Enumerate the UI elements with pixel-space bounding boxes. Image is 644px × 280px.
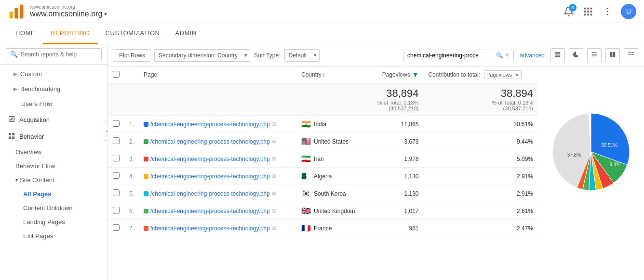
- th-pageviews[interactable]: Pageviews ▼: [367, 67, 423, 83]
- table-search-input[interactable]: [407, 52, 494, 59]
- view-pie-icon-btn[interactable]: [569, 48, 583, 62]
- copy-icon-0[interactable]: ⧉: [272, 121, 276, 127]
- sort-type-label: Sort Type:: [254, 52, 280, 59]
- nav-customization[interactable]: CUSTOMIZATION: [98, 23, 168, 44]
- sidebar-item-exit-pages[interactable]: Exit Pages: [0, 229, 107, 243]
- svg-rect-15: [9, 133, 11, 135]
- row-checkbox-1[interactable]: [113, 137, 120, 144]
- apps-grid-icon[interactable]: [582, 6, 594, 17]
- row-contribution-0: 30.51%: [424, 116, 538, 133]
- view-table-icon-btn[interactable]: [550, 48, 565, 62]
- row-num-3: 4.: [124, 168, 139, 185]
- svg-rect-2: [20, 4, 23, 18]
- sidebar-item-acquisition[interactable]: Acquisition: [0, 111, 107, 128]
- page-link-6[interactable]: /chemical-engineering-process-technology…: [150, 225, 270, 232]
- acquisition-icon: [8, 115, 15, 124]
- sidebar-label-users-flow: Users Flow: [21, 100, 53, 107]
- th-num: [124, 67, 139, 83]
- totals-row: 38,894 % of Total: 0.13% (30,537,218) 38…: [108, 83, 538, 116]
- th-contribution: Contribution to total: Pageviews: [424, 67, 538, 83]
- top-bar: www.omicsonline.org www.omicsonline.org …: [0, 0, 644, 23]
- row-checkbox-0[interactable]: [113, 120, 120, 127]
- copy-icon-3[interactable]: ⧉: [272, 173, 276, 179]
- copy-icon-5[interactable]: ⧉: [272, 208, 276, 214]
- secondary-dimension-select[interactable]: Secondary dimension: Country: [154, 49, 250, 62]
- row-contribution-2: 5.09%: [424, 150, 538, 168]
- contribution-metric-select[interactable]: Pageviews: [484, 70, 522, 79]
- copy-icon-4[interactable]: ⧉: [272, 190, 276, 197]
- sidebar-item-content-drilldown[interactable]: Content Drilldown: [0, 201, 107, 215]
- user-avatar[interactable]: U: [621, 4, 636, 19]
- row-pageviews-1: 3,673: [367, 133, 423, 150]
- row-checkbox-3[interactable]: [113, 172, 120, 179]
- sidebar-item-behavior-flow[interactable]: Behavior Flow: [0, 159, 107, 173]
- sidebar-item-users-flow[interactable]: Users Flow: [0, 96, 107, 111]
- sidebar-label-site-content: Site Content: [20, 176, 54, 184]
- row-checkbox-2[interactable]: [113, 155, 120, 161]
- sidebar-item-custom[interactable]: ▶ Custom: [0, 67, 107, 81]
- notification-bell-icon[interactable]: 3: [563, 6, 575, 17]
- sidebar-label-landing-pages: Landing Pages: [23, 218, 65, 226]
- advanced-link[interactable]: advanced: [518, 52, 547, 59]
- th-country[interactable]: Country ℹ: [296, 67, 367, 83]
- table-search-icon[interactable]: 🔍: [496, 52, 503, 59]
- sidebar-item-site-content[interactable]: ▾ Site Content: [0, 173, 107, 187]
- view-list-icon-btn[interactable]: [587, 48, 602, 62]
- svg-rect-24: [592, 54, 597, 54]
- sidebar-item-behavior[interactable]: Behavior: [0, 128, 107, 145]
- sidebar-item-overview[interactable]: Overview: [0, 145, 107, 159]
- page-link-1[interactable]: /chemical-engineering-process-technology…: [150, 138, 270, 145]
- page-link-2[interactable]: /chemical-engineering-process-technology…: [150, 156, 270, 162]
- top-bar-left: www.omicsonline.org www.omicsonline.org …: [8, 3, 107, 20]
- nav-reporting[interactable]: REPORTING: [43, 23, 98, 44]
- copy-icon-2[interactable]: ⧉: [272, 156, 276, 162]
- site-dropdown-arrow[interactable]: ▾: [104, 11, 107, 17]
- expand-arrow-custom: ▶: [13, 71, 17, 77]
- sidebar-item-all-pages[interactable]: All Pages: [0, 187, 107, 201]
- row-country-5: 🇬🇧 United Kingdom: [296, 202, 367, 220]
- nav-admin[interactable]: ADMIN: [167, 23, 204, 44]
- country-name-1: United States: [314, 138, 349, 145]
- copy-icon-6[interactable]: ⧉: [272, 225, 276, 231]
- table-search-clear-icon[interactable]: ✕: [505, 52, 510, 58]
- view-custom-icon-btn[interactable]: [624, 48, 638, 62]
- svg-rect-21: [555, 55, 561, 56]
- country-name-0: India: [314, 121, 326, 128]
- row-checkbox-4[interactable]: [113, 189, 120, 196]
- sidebar-search-box: 🔍: [0, 44, 107, 65]
- sidebar-item-benchmarking[interactable]: ▶ Benchmarking: [0, 81, 107, 96]
- search-input[interactable]: [21, 51, 97, 58]
- page-link-4[interactable]: /chemical-engineering-process-technology…: [150, 190, 270, 197]
- th-page[interactable]: Page: [139, 67, 296, 83]
- row-contribution-3: 2.91%: [424, 168, 538, 185]
- sidebar-item-landing-pages[interactable]: Landing Pages: [0, 215, 107, 229]
- row-num-0: 1.: [124, 116, 139, 133]
- sidebar-collapse-handle[interactable]: ◀: [103, 121, 108, 141]
- page-link-0[interactable]: /chemical-engineering-process-technology…: [150, 121, 270, 128]
- row-country-0: 🇮🇳 India: [296, 116, 367, 133]
- row-checkbox-5[interactable]: [113, 207, 120, 213]
- sort-type-select[interactable]: Default: [284, 49, 320, 62]
- row-checkbox-6[interactable]: [113, 224, 120, 231]
- plot-rows-button[interactable]: Plot Rows: [114, 49, 150, 62]
- page-link-5[interactable]: /chemical-engineering-process-technology…: [150, 208, 270, 214]
- svg-point-13: [607, 11, 608, 12]
- expand-arrow-benchmarking: ▶: [13, 86, 17, 92]
- more-options-icon[interactable]: [602, 6, 613, 17]
- copy-icon-1[interactable]: ⧉: [272, 138, 276, 145]
- content-toolbar: Plot Rows Secondary dimension: Country S…: [108, 44, 644, 67]
- svg-rect-31: [629, 54, 630, 55]
- sidebar-label-benchmarking: Benchmarking: [20, 85, 60, 93]
- nav-home[interactable]: HOME: [8, 23, 43, 44]
- top-bar-right: 3 U: [563, 4, 636, 19]
- select-all-checkbox[interactable]: [113, 71, 120, 78]
- total-pageviews-value: 38,894: [372, 87, 418, 100]
- page-link-3[interactable]: /chemical-engineering-process-technology…: [150, 173, 270, 180]
- svg-rect-10: [587, 13, 589, 15]
- row-contribution-4: 2.91%: [424, 185, 538, 202]
- svg-rect-32: [631, 54, 631, 55]
- svg-rect-29: [631, 52, 631, 53]
- row-num-1: 2.: [124, 133, 139, 150]
- page-color-dot-0: [144, 122, 148, 127]
- view-compare-icon-btn[interactable]: [605, 48, 620, 62]
